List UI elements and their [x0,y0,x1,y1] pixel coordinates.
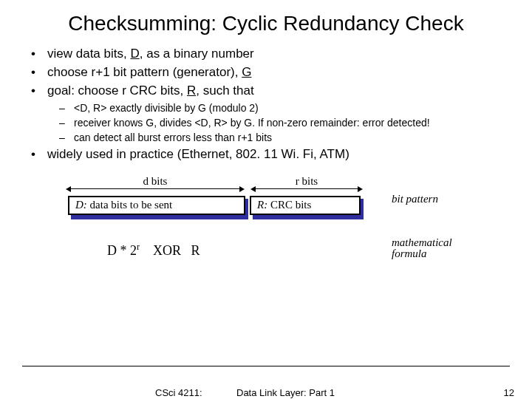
sub-bullet-list: <D, R> exactly divisible by G (modulo 2)… [56,101,510,145]
d-box: D: data bits to be sent [68,196,245,215]
text: choose r+1 bit pattern (generator), [47,65,242,79]
bit-pattern-label: bit pattern [392,194,438,205]
sub-bullet-3: can detect all burst errors less than r+… [56,131,510,144]
footer-rule [22,366,510,366]
var-d: D [130,47,139,61]
d-bits-label: d bits [66,175,244,188]
r-arrow [254,188,359,189]
footer-page: 12 [504,387,514,398]
math-formula-label: mathematical formula [392,237,466,261]
exponent: r [137,242,140,252]
sub-bullet-1: <D, R> exactly divisible by G (modulo 2) [56,101,510,115]
text: , such that [196,83,253,98]
var-r: R [187,83,196,98]
slide: Checksumming: Cyclic Redundancy Check vi… [0,0,532,399]
slide-title: Checksumming: Cyclic Redundancy Check [22,12,510,35]
bullet-4: widely used in practice (Ethernet, 802. … [27,146,510,163]
text: view data bits, [47,47,130,61]
bullet-list: view data bits, D, as a binary number ch… [27,46,510,100]
text: goal: choose r CRC bits, [47,83,187,98]
crc-diagram: d bits r bits D: data bits to be sent R:… [66,174,466,271]
math-expression: D * 2r XOR R [107,242,200,259]
math-row: D * 2r XOR R mathematical formula [66,237,466,271]
bullet-3: goal: choose r CRC bits, R, such that [27,83,510,100]
r-box-var: R: [257,199,267,211]
pattern-row: D: data bits to be sent R: CRC bits bit … [66,194,466,224]
var-g: G [242,65,251,79]
footer-course: CSci 4211: [155,387,202,398]
text: bit pattern [392,193,438,205]
text: mathematical formula [392,236,452,260]
bullet-list-cont: widely used in practice (Ethernet, 802. … [27,146,510,163]
footer-topic: Data Link Layer: Part 1 [236,387,335,398]
r-bits-label: r bits [251,175,362,188]
d-arrow [69,188,241,189]
sub-bullet-2: receiver knows G, divides <D, R> by G. I… [56,116,510,129]
bullet-2: choose r+1 bit pattern (generator), G [27,64,510,81]
r-box-text: CRC bits [267,199,311,211]
bullet-1: view data bits, D, as a binary number [27,46,510,63]
d-box-text: data bits to be sent [87,199,172,211]
text: , as a binary number [140,47,254,61]
brace-row: d bits r bits [66,174,466,194]
d-box-var: D: [75,199,87,211]
r-box: R: CRC bits [250,196,361,215]
